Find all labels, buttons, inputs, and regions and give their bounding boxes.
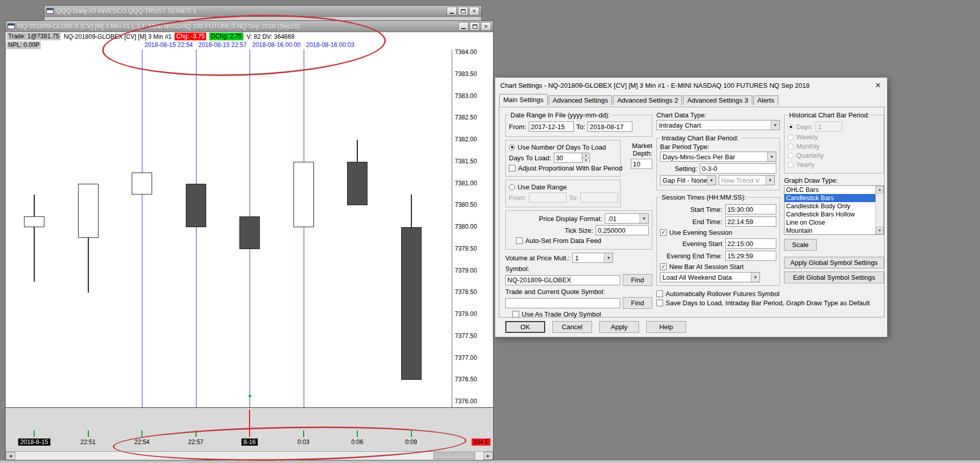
chevron-down-icon[interactable]: ▼ xyxy=(766,176,774,185)
rollover-checkbox[interactable] xyxy=(656,290,663,297)
main-settings-panel: Date Range In File (yyyy-mm-dd): From: T… xyxy=(499,107,885,318)
graph-draw-option[interactable]: Candlestick Body Only xyxy=(785,202,875,210)
graph-draw-option[interactable]: Mountain xyxy=(785,227,875,234)
hist-days-radio[interactable] xyxy=(788,124,794,130)
save-default-checkbox[interactable] xyxy=(656,300,663,306)
hist-yearly-label: Yearly xyxy=(796,161,815,168)
scroll-right-icon[interactable]: ► xyxy=(483,452,493,460)
bar-period-type-dropdown[interactable]: Days-Mins-Secs Per Bar ▼ xyxy=(660,152,776,162)
setting-input[interactable] xyxy=(700,163,776,174)
minimize-icon[interactable] xyxy=(447,7,457,15)
close-icon[interactable]: × xyxy=(469,7,479,15)
date-from-input[interactable] xyxy=(529,121,574,132)
price-display-format-dropdown[interactable]: .01 ▼ xyxy=(605,213,649,224)
apply-button[interactable]: Apply xyxy=(599,321,639,333)
minimize-icon[interactable] xyxy=(458,22,469,31)
weekend-data-dropdown[interactable]: Load All Weekend Data ▼ xyxy=(660,272,760,282)
chevron-down-icon[interactable]: ▼ xyxy=(771,120,779,130)
edit-global-symbol-settings-button[interactable]: Edit Global Symbol Settings xyxy=(784,272,884,283)
new-bar-session-start-checkbox[interactable] xyxy=(660,263,667,270)
gap-fill-dropdown[interactable]: Gap Fill - None ▼ xyxy=(660,175,716,185)
tab-main-settings[interactable]: Main Settings xyxy=(499,94,548,106)
range-from-label: From: xyxy=(509,194,526,202)
ok-button[interactable]: OK xyxy=(505,321,545,333)
end-time-input[interactable] xyxy=(725,216,776,227)
session-times-legend: Session Times (HH:MM:SS): xyxy=(660,193,747,201)
rollover-label: Automatically Rollover Futures Symbol xyxy=(666,290,779,298)
hist-quarterly-radio[interactable] xyxy=(788,153,794,159)
hist-weekly-radio[interactable] xyxy=(788,134,794,140)
close-icon[interactable]: × xyxy=(481,22,491,31)
chevron-down-icon[interactable]: ▼ xyxy=(604,253,612,262)
use-days-radio-label: Use Number Of Days To Load xyxy=(518,143,606,151)
help-button[interactable]: Help xyxy=(646,321,686,333)
find-trade-symbol-button[interactable]: Find xyxy=(623,297,652,309)
tab-alerts[interactable]: Alerts xyxy=(753,95,778,105)
new-trend-dropdown[interactable]: New Trend V ▼ xyxy=(719,175,775,185)
start-time-input[interactable] xyxy=(725,204,776,214)
restore-icon[interactable] xyxy=(458,7,468,15)
scroll-up-icon[interactable]: ▲ xyxy=(876,186,884,193)
use-evening-session-checkbox[interactable] xyxy=(660,229,667,236)
use-trade-only-checkbox[interactable] xyxy=(512,311,519,318)
session-start-dot xyxy=(249,395,251,397)
chart-plot-area[interactable] xyxy=(6,50,452,407)
tab-advanced-settings[interactable]: Advanced Settings xyxy=(549,95,612,105)
listbox-scrollbar[interactable]: ▲ ▼ xyxy=(875,186,884,234)
auto-set-checkbox[interactable] xyxy=(516,237,523,244)
tick-size-input[interactable] xyxy=(596,225,649,235)
tab-advanced-settings-3[interactable]: Advanced Settings 3 xyxy=(683,95,752,105)
days-to-load-input[interactable] xyxy=(554,153,582,163)
candle xyxy=(24,216,44,227)
price-axis-label: 7377.50 xyxy=(455,332,477,339)
symbol-input[interactable] xyxy=(505,275,620,285)
evening-end-input[interactable] xyxy=(725,251,776,261)
use-date-range-radio[interactable] xyxy=(509,184,515,190)
close-icon[interactable]: × xyxy=(869,78,887,93)
scroll-down-icon[interactable]: ▼ xyxy=(876,227,884,234)
use-date-range-label: Use Date Range xyxy=(518,183,567,191)
spinner-up-icon[interactable]: ▲ xyxy=(582,153,590,158)
chevron-down-icon[interactable]: ▼ xyxy=(707,176,716,185)
graph-draw-option[interactable]: Candlestick Bars Hollow xyxy=(785,210,875,218)
candle xyxy=(401,227,422,380)
chevron-down-icon[interactable]: ▼ xyxy=(751,273,760,282)
price-axis-label: 7376.00 xyxy=(455,398,477,405)
gap-fill-value: Gap Fill - None xyxy=(660,177,707,184)
chart-settings-dialog: Chart Settings - NQ-201809-GLOBEX [CV] [… xyxy=(495,77,888,337)
hist-days-input[interactable] xyxy=(816,121,842,132)
chart-data-type-dropdown[interactable]: Intraday Chart ▼ xyxy=(656,120,780,130)
market-depth-input[interactable] xyxy=(631,159,652,169)
find-symbol-button[interactable]: Find xyxy=(623,274,652,286)
chevron-down-icon[interactable]: ▼ xyxy=(767,152,776,161)
apply-global-symbol-settings-button[interactable]: Apply Global Symbol Settings xyxy=(784,257,884,269)
dialog-titlebar[interactable]: Chart Settings - NQ-201809-GLOBEX [CV] [… xyxy=(495,78,887,93)
graph-draw-option[interactable]: OHLC Bars xyxy=(785,186,875,194)
price-axis-label: 7378.50 xyxy=(455,288,477,296)
trade-quote-symbol-input[interactable] xyxy=(505,298,620,308)
date-to-input[interactable] xyxy=(587,121,632,132)
range-from-input[interactable] xyxy=(529,192,567,203)
hist-monthly-radio[interactable] xyxy=(788,143,794,150)
market-depth-field: Market Depth: xyxy=(623,142,652,169)
spinner-down-icon[interactable]: ▼ xyxy=(582,158,590,163)
price-axis-label: 7378.00 xyxy=(455,310,477,318)
graph-draw-option[interactable]: Line on Close xyxy=(785,218,875,227)
scrollbar-thumb[interactable] xyxy=(433,452,475,459)
evening-start-input[interactable] xyxy=(725,238,776,249)
hist-yearly-radio[interactable] xyxy=(788,162,794,168)
restore-icon[interactable] xyxy=(470,22,480,31)
graph-draw-option[interactable]: Candlestick Bars xyxy=(785,194,875,202)
range-to-input[interactable] xyxy=(580,192,618,203)
chevron-down-icon[interactable]: ▼ xyxy=(640,214,648,223)
cancel-button[interactable]: Cancel xyxy=(552,321,592,333)
volume-at-price-mult-dropdown[interactable]: 1 ▼ xyxy=(572,253,613,263)
scale-button[interactable]: Scale xyxy=(784,239,817,251)
use-days-radio[interactable] xyxy=(509,144,515,151)
price-axis-label: 7379.50 xyxy=(455,245,477,252)
tab-advanced-settings-2[interactable]: Advanced Settings 2 xyxy=(613,95,682,105)
price-axis-label: 7382.00 xyxy=(455,136,477,143)
scroll-left-icon[interactable]: ◄ xyxy=(6,452,15,460)
graph-draw-type-items: OHLC BarsCandlestick BarsCandlestick Bod… xyxy=(785,186,875,234)
adjust-proportional-checkbox[interactable] xyxy=(509,165,516,172)
